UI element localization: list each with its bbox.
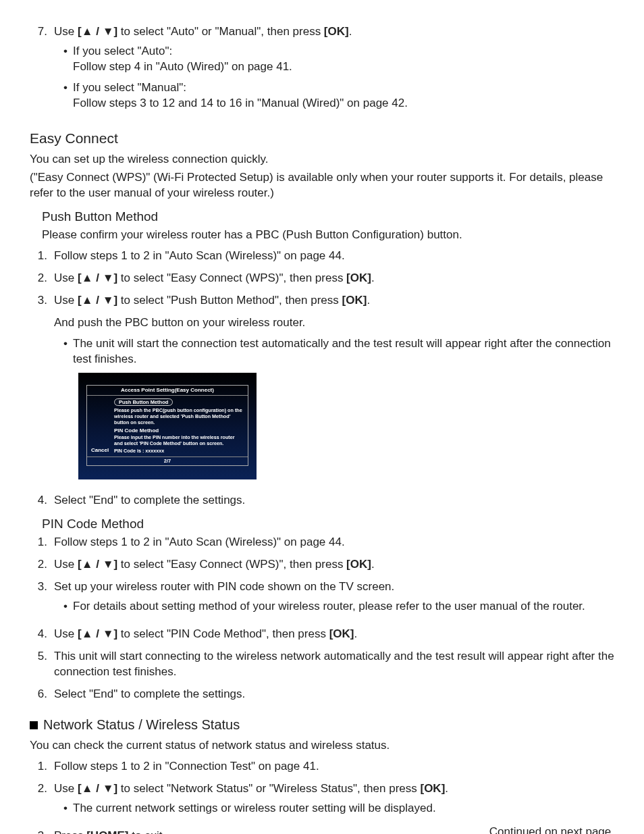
bullet-body: Follow steps 3 to 12 and 14 to 16 in "Ma… [73,97,408,109]
continued-note: Continued on next page. [489,825,614,834]
text: Use [54,782,78,795]
dialog-pb-pill: Push Button Method [114,398,173,406]
text: Network Status / Wireless Status [43,717,240,732]
ns-step-2: 2. Use [▲ / ▼] to select "Network Status… [30,781,614,822]
arrow-keys-icon: [▲ / ▼] [78,271,117,284]
ok-key: [OK] [342,294,367,307]
push-button-intro: Please confirm your wireless router has … [42,228,614,243]
step-number: 4. [30,627,54,642]
ok-key: [OK] [346,558,371,571]
step-7: 7. Use [▲ / ▼] to select "Auto" or "Manu… [30,24,614,117]
step-number: 1. [30,759,54,775]
bullet: The unit will start the connection test … [63,336,614,367]
text: to select "Auto" or "Manual", then press [117,25,324,38]
bullet-auto: If you select "Auto": Follow step 4 in "… [63,44,614,75]
dialog-pin-text: Please input the PIN number into the wir… [114,434,244,446]
text: to select "Push Button Method", then pre… [117,294,342,307]
top-step-list: 7. Use [▲ / ▼] to select "Auto" or "Manu… [30,24,614,117]
ok-key: [OK] [324,25,349,38]
push-button-steps: 1. Follow steps 1 to 2 in "Auto Scan (Wi… [30,249,614,508]
pb-step-1: 1. Follow steps 1 to 2 in "Auto Scan (Wi… [30,249,614,264]
step-number: 5. [30,649,54,680]
text: to select "PIN Code Method", then press [117,627,329,640]
step-number: 7. [30,24,54,117]
text: For details about setting method of your… [73,600,585,613]
text: Select "End" to complete the settings. [54,494,245,506]
text: Select "End" to complete the settings. [54,687,245,700]
text: . [371,271,375,284]
pc-step-5: 5. This unit will start connecting to th… [30,649,614,680]
text: This unit will start connecting to the w… [54,650,614,678]
bullet-body: Follow step 4 in "Auto (Wired)" on page … [73,60,292,73]
heading-push-button: Push Button Method [42,208,614,226]
heading-network-status: Network Status / Wireless Status [30,716,614,734]
dialog-pb-text: Please push the PBC(push button configur… [114,407,244,425]
text: Follow steps 1 to 2 in "Connection Test"… [54,760,319,773]
bullet-head: If you select "Manual": [73,81,186,94]
step-number: 3. [30,579,54,620]
step-number: 3. [30,829,54,834]
pc-step-1: 1. Follow steps 1 to 2 in "Auto Scan (Wi… [30,535,614,550]
bullet: The current network settings or wireless… [63,801,614,816]
dialog-page-indicator: 2/7 [87,457,248,465]
text: . [445,782,448,795]
text: . [349,25,352,38]
pc-step-3: 3. Set up your wireless router with PIN … [30,579,614,620]
ok-key: [OK] [329,627,354,640]
step-number: 2. [30,557,54,573]
heading-pin-code: PIN Code Method [42,515,614,533]
ok-key: [OK] [420,782,445,795]
text: . [354,627,357,640]
arrow-keys-icon: [▲ / ▼] [78,627,117,640]
pb-step-3-after: And push the PBC button on your wireless… [54,315,614,331]
pc-step-4: 4. Use [▲ / ▼] to select "PIN Code Metho… [30,627,614,642]
text: . [367,294,370,307]
dialog-pin-head: PIN Code Method [114,427,244,434]
pb-step-4: 4. Select "End" to complete the settings… [30,493,614,509]
pb-step-3-bullets: The unit will start the connection test … [63,336,614,367]
text: to select "Network Status" or "Wireless … [117,782,420,795]
pb-step-3: 3. Use [▲ / ▼] to select "Push Button Me… [30,293,614,486]
text: Follow steps 1 to 2 in "Auto Scan (Wirel… [54,249,345,262]
arrow-keys-icon: [▲ / ▼] [78,558,117,571]
arrow-keys-icon: [▲ / ▼] [78,25,117,38]
easy-connect-p2: ("Easy Connect (WPS)" (Wi-Fi Protected S… [30,170,614,201]
network-status-steps: 1. Follow steps 1 to 2 in "Connection Te… [30,759,614,834]
step-number: 3. [30,293,54,486]
text: Follow steps 1 to 2 in "Auto Scan (Wirel… [54,536,345,548]
bullet-head: If you select "Auto": [73,45,172,57]
step-number: 6. [30,687,54,702]
text: Use [54,627,78,640]
pb-step-2: 2. Use [▲ / ▼] to select "Easy Connect (… [30,271,614,286]
dialog-cancel: Cancel [91,398,114,454]
text: to exit. [129,829,166,834]
access-point-dialog: Access Point Setting(Easy Connect) Cance… [78,373,257,479]
heading-easy-connect: Easy Connect [30,129,614,148]
step-number: 1. [30,535,54,550]
dialog-title: Access Point Setting(Easy Connect) [87,386,248,396]
pc-step-6: 6. Select "End" to complete the settings… [30,687,614,702]
easy-connect-p1: You can set up the wireless connection q… [30,152,614,167]
text: to select "Easy Connect (WPS)", then pre… [117,271,346,284]
step-number: 1. [30,249,54,264]
ok-key: [OK] [346,271,371,284]
network-status-intro: You can check the current status of netw… [30,738,614,754]
step-number: 2. [30,781,54,822]
text: Use [54,25,78,38]
text: Press [54,829,86,834]
square-bullet-icon [30,721,38,729]
text: The current network settings or wireless… [73,802,436,814]
step-number: 2. [30,271,54,286]
text: to select "Easy Connect (WPS)", then pre… [117,558,346,571]
step-number: 4. [30,493,54,509]
arrow-keys-icon: [▲ / ▼] [78,782,117,795]
arrow-keys-icon: [▲ / ▼] [78,294,117,307]
home-key: [HOME] [86,829,128,834]
text: Set up your wireless router with PIN cod… [54,580,394,593]
pin-code-steps: 1. Follow steps 1 to 2 in "Auto Scan (Wi… [30,535,614,702]
bullet-manual: If you select "Manual": Follow steps 3 t… [63,80,614,111]
pc-step-2: 2. Use [▲ / ▼] to select "Easy Connect (… [30,557,614,573]
text: Use [54,558,78,571]
text: . [371,558,375,571]
sub-bullets: If you select "Auto": Follow step 4 in "… [63,44,614,111]
